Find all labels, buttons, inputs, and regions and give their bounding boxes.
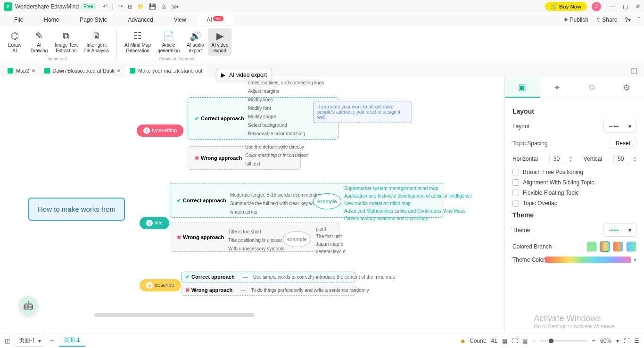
vertical-value[interactable]: 50 [613,154,630,164]
panel-tab-icon[interactable]: ☺ [575,77,610,98]
theme-color-picker[interactable] [545,257,631,263]
menu-page-style[interactable]: Page Style [69,15,117,25]
view-grid-icon[interactable]: ▦ [502,338,507,344]
branch-describe[interactable]: 3describe [140,279,181,291]
title-example-badge[interactable]: example [313,193,341,209]
open-icon[interactable]: 📁 [137,3,144,10]
ribbon-file-analysis[interactable]: 🗎Intelligent file Analysis [82,28,112,56]
mindmap-canvas[interactable]: How to make works from 1typesetting ✔Cor… [0,77,504,333]
new-icon[interactable]: ⊞ [128,3,132,10]
t2wex-2[interactable]: Japan map 5 [316,241,343,247]
t2w-1[interactable]: Title positioning is unclear [228,238,282,243]
t3c[interactable]: Use simple words to correctly introduce … [253,274,395,280]
doc-tab-1[interactable]: Map2 [3,66,40,75]
t1w-1[interactable]: Color matching is inconsistent [245,153,308,158]
save-icon[interactable]: 💾 [149,3,156,10]
t1c-2[interactable]: Modify lines [248,97,273,102]
spin-up-icon[interactable]: ▲ [633,156,636,159]
t2ex-1[interactable]: Application and historical development o… [344,193,472,199]
menu-file[interactable]: File [4,15,33,25]
t3w[interactable]: To do things perfunctorily and write a s… [251,288,369,293]
doc-tab-2[interactable]: Dawn Blosso...ked at Dusk [40,66,125,75]
t2wex-0[interactable]: plant [316,226,326,232]
branch-swatch-2[interactable] [600,241,610,252]
buy-now-button[interactable]: 🛒Buy Now [545,2,587,11]
typesetting-note[interactable]: If you want your work to attract more pe… [313,101,412,123]
menu-advanced[interactable]: Advanced [117,15,163,25]
t2ex-2[interactable]: New media operation mind map [344,201,411,206]
panel-toggle-icon[interactable]: ☰ [634,338,639,344]
ribbon-article-gen[interactable]: 📄Article generation [155,28,182,56]
t2c-2[interactable]: written terms [230,209,257,215]
zoom-value[interactable]: 60% [600,338,611,344]
t2ex-4[interactable]: Otolaryngology anatomy and physiology [344,216,428,221]
t1c-6[interactable]: Reasonable color matching [248,131,305,136]
export-icon[interactable]: ⇲▾ [171,3,179,10]
reset-button[interactable]: Reset [610,138,636,149]
ribbon-ai-drawing[interactable]: ✎AI Drawing [27,28,51,56]
t1c-5[interactable]: Select background [248,123,287,128]
t2w-0[interactable]: Title is too short [228,229,261,234]
t2w-2[interactable]: With unnecessary symbols [228,246,284,251]
checkbox-flexible-floating[interactable] [512,190,519,196]
ribbon-edraw-ai[interactable]: ⌬Edraw AI [3,28,26,56]
checkbox-alignment-sibling[interactable] [512,179,519,186]
ribbon-mindmap-gen[interactable]: ☷AI Mind Map Generation [122,28,154,56]
title-wrong-example-badge[interactable]: example [283,231,311,247]
typesetting-wrong[interactable]: ✖Wrong approach [188,146,301,170]
panel-tab-layout[interactable]: ▣ [505,77,540,98]
t1c-4[interactable]: Modify shape [248,114,276,119]
share-button[interactable]: ⇪ Share [596,17,617,23]
spin-down-icon[interactable]: ▼ [569,159,572,162]
publish-button[interactable]: ✈ Publish [563,17,588,23]
chat-assistant-button[interactable]: 🤖 [19,296,38,315]
outline-toggle-icon[interactable]: ◫ [5,338,10,344]
ribbon-audio-export[interactable]: 🔊AI audio export [183,28,207,56]
ribbon-image-text[interactable]: ⧉Image Text Extraction [52,28,81,56]
theme-select[interactable]: ⊸⊷▾ [603,224,636,237]
layout-select[interactable]: ⊸⊷▾ [603,120,636,133]
describe-wrong[interactable]: ✖Wrong approach — To do things perfuncto… [181,285,355,296]
t1w-2[interactable]: full text [245,161,260,166]
spin-up-icon[interactable]: ▲ [569,156,572,159]
add-page-icon[interactable]: + [50,337,54,345]
spin-down-icon[interactable]: ▼ [633,159,636,162]
t1w-0[interactable]: Use the default style directly [245,144,304,149]
undo-icon[interactable]: ↶ [103,3,107,10]
doc-tab-3[interactable]: Make your ma...rk stand out [125,66,207,75]
ribbon-video-export[interactable]: ▶AI video export [208,28,231,56]
branch-swatch-4[interactable] [626,241,636,252]
tab-panel-toggle-icon[interactable]: ◫ [627,66,641,75]
chevron-down-icon[interactable]: ▾ [616,338,619,344]
panel-tab-style[interactable]: ✦ [540,77,575,98]
t2wex-1[interactable]: The first unit [316,234,342,239]
menu-home[interactable]: Home [33,15,69,25]
zoom-slider[interactable] [540,340,587,341]
collapse-ribbon-icon[interactable]: ˆ [638,17,640,23]
menu-ai[interactable]: AIHot [197,15,234,25]
horizontal-value[interactable]: 30 [549,154,566,164]
branch-swatch-3[interactable] [613,241,623,252]
view-list-icon[interactable]: ▤ [522,338,528,344]
branch-typesetting[interactable]: 1typesetting [137,124,183,137]
t2c-0[interactable]: Moderate length, 5-15 words recommended [230,192,322,198]
zoom-out-icon[interactable]: − [532,338,536,344]
t2ex-3[interactable]: Advanced Mathematics Limits and Continuo… [344,208,465,214]
maximize-icon[interactable]: ▢ [623,3,628,10]
t2c-1[interactable]: Summarize the full text with clear key w… [230,201,322,206]
t1c-1[interactable]: Adjust margins [248,89,279,94]
zoom-in-icon[interactable]: + [592,338,595,344]
t2wex-3[interactable]: general layout [316,249,346,254]
t1c-3[interactable]: Modify font [248,106,271,111]
user-avatar[interactable]: J [592,2,601,11]
root-node[interactable]: How to make works from [28,198,125,221]
print-icon[interactable]: 🖨 [161,3,166,10]
branch-swatch-1[interactable] [586,241,597,252]
horizontal-scrollbar[interactable] [94,313,255,317]
describe-correct[interactable]: ✔Correct approach — Use simple words to … [181,272,355,282]
t2ex-0[interactable]: Supermarket system management mind map [344,186,438,191]
panel-tab-settings[interactable]: ⚙ [609,77,644,98]
checkbox-topic-overlap[interactable] [512,200,519,207]
close-icon[interactable]: ✕ [636,3,640,10]
menu-view[interactable]: View [164,15,197,25]
